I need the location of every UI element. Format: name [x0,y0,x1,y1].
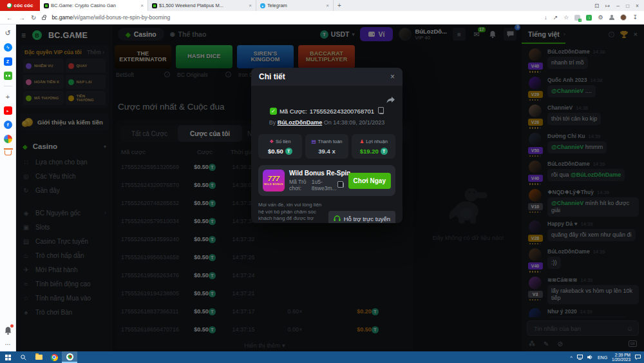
side-panel-icon[interactable]: ↦ [605,3,610,9]
stat-icon: ♟ [359,139,364,144]
verified-check-icon: ✓ [270,108,277,115]
game-card: 777 WILD BONUS Wild Bonus Re-Spin Mã Trò… [258,165,395,196]
cart-icon[interactable] [5,150,12,155]
browser-tab-bcgame[interactable]: BC.Game: Crypto Casino Gan× [40,0,148,11]
game-id-value: 1u5-8swe3m... [312,179,337,191]
copy-icon[interactable] [379,109,384,114]
bet-datetime: 14:38:09, 20/1/2023 [333,119,384,126]
tab-title: BC.Game: Crypto Casino Gan [51,3,138,8]
reload-icon[interactable]: ↻ [31,14,36,21]
notification-bell-icon[interactable] [5,326,12,337]
tab-title: $1,500 Weekend Platipus M... [159,3,247,8]
gamepad-icon[interactable] [4,72,12,80]
browser-tabs: BC.Game: Crypto Casino Gan×$1,500 Weeken… [40,0,334,11]
close-tab-icon[interactable]: × [140,3,144,8]
support-text: Mọi vấn đề, xin vui lòng liên hệ với bộ … [258,202,323,223]
browser-tab-platipus[interactable]: $1,500 Weekend Platipus M...× [148,0,256,11]
profiles-icon[interactable] [609,15,614,21]
forward-icon[interactable]: → [19,14,25,21]
coccoc-brand: cốc cốc [0,0,40,11]
url-text[interactable]: bc.game/vi/game/wild-bonus-re-spin-by-bo… [52,14,170,21]
share-bet-icon[interactable] [386,95,395,106]
coccoc-brand-label: cốc cốc [14,3,33,8]
screen: cốc cốc BC.Game: Crypto Casino Gan×$1,50… [0,0,644,363]
coccoc-extension-icon[interactable]: 2 [574,15,580,21]
action-center-icon[interactable] [635,355,641,360]
browser-avatar[interactable] [620,14,627,21]
bet-stats: ❖Số tiền$0.50T▤Thanh toán39.4 x♟Lợi nhuậ… [258,134,395,159]
taskbar-clock[interactable]: 2:39 PM 1/20/2023 [612,353,630,362]
share-icon[interactable]: ↗ [553,14,558,21]
zalo-icon[interactable]: Z [4,57,12,66]
youtube-icon[interactable]: ▸ [4,106,12,115]
stat-value-text: 39.4 x [318,148,335,155]
close-tab-icon[interactable]: × [326,3,329,8]
bet-id-value: 1755526243200768701 [310,108,374,115]
tab-search-icon[interactable]: ⊡ [594,3,599,9]
close-window-button[interactable]: × [636,3,639,9]
lock-icon[interactable] [42,17,46,20]
history-icon[interactable]: ↺ [4,29,12,37]
telegram-favicon: ▸ [260,3,265,8]
file-explorer-icon[interactable] [31,351,46,363]
tray-expand-icon[interactable]: ^ [571,355,573,360]
url-path: /vi/game/wild-bonus-re-spin-by-booming [73,14,170,21]
search-icon[interactable] [15,351,31,363]
maximize-button[interactable]: □ [626,3,629,9]
url-host: bc.game [52,14,73,21]
messenger-icon[interactable]: ϟ [4,43,12,52]
windows-taskbar: ^ ENG 2:39 PM 1/20/2023 [0,351,644,363]
new-tab-button[interactable]: + [334,0,345,11]
thumb-sub: WILD BONUS [264,182,283,186]
game-title: Wild Bonus Re-Spin [289,170,344,177]
stat-label-row: ♟Lợi nhuận [359,139,387,144]
chrome-icon[interactable] [46,351,62,363]
support-button-label: Hỗ trợ trực tuyến [344,215,390,222]
modal-header: Chi tiết × [251,68,402,86]
download-extension-icon[interactable]: ↓ [586,15,592,21]
rail-divider [4,86,12,86]
stat-thanh-toán: ▤Thanh toán39.4 x [305,134,349,159]
stat-value-text: $0.50 [268,148,283,155]
player-name[interactable]: BúLozDônDame [278,119,323,126]
close-tab-icon[interactable]: × [249,3,252,8]
game-id-line: Mã Trò chơi: 1u5-8swe3m... [289,179,344,191]
game-thumbnail[interactable]: 777 WILD BONUS [263,170,285,191]
coccoc-taskbar-icon[interactable] [62,351,77,363]
browser-tabstrip: cốc cốc BC.Game: Crypto Casino Gan×$1,50… [0,0,644,11]
network-icon[interactable] [577,355,583,360]
language-indicator[interactable]: ENG [598,355,607,360]
copy-icon[interactable] [339,182,344,188]
add-shortcut-icon[interactable]: + [4,92,12,101]
bet-detail-modal: Chi tiết × ✓ Mã Cược: 175552624320076870… [251,68,402,223]
bcgame-favicon [44,3,49,8]
start-button[interactable] [0,351,15,363]
extension-badge: 2 [578,19,582,22]
stat-value: $19.20T [360,148,388,155]
live-support-button[interactable]: Hỗ trợ trực tuyến [328,211,395,223]
back-icon[interactable]: ← [6,14,13,21]
volume-icon[interactable] [587,355,593,360]
thumb-777: 777 [268,175,279,182]
rail-bottom: ⋯ [5,326,12,348]
downloads-icon[interactable]: ↧ [632,14,638,21]
modal-body: ✓ Mã Cược: 1755526243200768701 By BúLozD… [251,86,402,223]
facebook-icon[interactable]: f [4,121,12,129]
extensions-puzzle-icon[interactable]: ⚙ [598,14,603,21]
store-icon[interactable] [4,135,12,143]
bet-id-line: ✓ Mã Cược: 1755526243200768701 [258,108,395,115]
play-now-button[interactable]: Chơi Ngay [348,173,391,189]
platipus-favicon [152,3,157,8]
minimize-button[interactable]: – [616,3,620,9]
address-bar: ← → ↻ bc.game/vi/game/wild-bonus-re-spin… [0,11,644,25]
more-options-icon[interactable]: ⋯ [5,341,11,348]
window-controls: ⊡ ↦ – □ × [589,0,644,11]
save-page-icon[interactable]: ↓ [544,14,547,21]
modal-close-icon[interactable]: × [390,72,395,81]
browser-tab-telegram[interactable]: ▸Telegram× [256,0,334,11]
bookmark-star-icon[interactable]: ☆ [564,14,569,21]
modal-footer: Mọi vấn đề, xin vui lòng liên hệ với bộ … [258,202,395,223]
coccoc-logo-icon [7,3,12,8]
headset-icon [334,215,341,222]
tether-coin-icon: T [285,148,292,155]
